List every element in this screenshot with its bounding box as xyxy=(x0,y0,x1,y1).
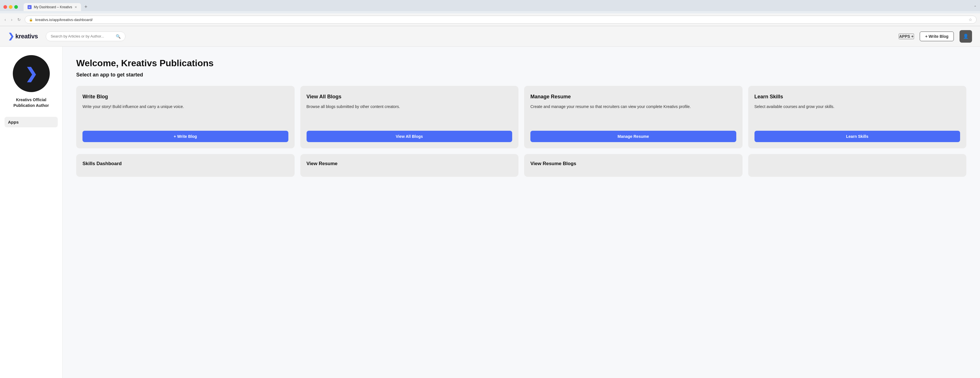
view-all-blogs-card-desc: Browse all blogs submitted by other cont… xyxy=(307,104,512,125)
traffic-light-red[interactable] xyxy=(3,5,7,9)
sidebar-apps-label[interactable]: Apps xyxy=(5,117,58,127)
search-icon[interactable]: 🔍 xyxy=(116,34,121,39)
avatar-chevron-icon: ❯ xyxy=(25,66,38,81)
app-header: ❯ kreativs 🔍 APPS + + Write Blog 👤 xyxy=(0,26,980,47)
view-all-blogs-card-title: View All Blogs xyxy=(307,94,512,100)
active-tab[interactable]: K My Dashboard – Kreativs ✕ xyxy=(24,3,81,11)
back-button[interactable]: ‹ xyxy=(3,16,7,23)
search-bar[interactable]: 🔍 xyxy=(46,32,126,41)
main-layout: ❯ Kreativs Official Publication Author A… xyxy=(0,47,980,378)
user-avatar: ❯ xyxy=(13,55,50,92)
header-right: APPS + + Write Blog 👤 xyxy=(899,30,972,43)
manage-resume-card-title: Manage Resume xyxy=(530,94,736,100)
learn-skills-card: Learn Skills Select available courses an… xyxy=(748,86,967,148)
learn-skills-card-button[interactable]: Learn Skills xyxy=(754,131,960,142)
manage-resume-card: Manage Resume Create and manage your res… xyxy=(524,86,743,148)
view-all-blogs-card: View All Blogs Browse all blogs submitte… xyxy=(300,86,519,148)
placeholder-card xyxy=(748,154,967,177)
bookmark-icon[interactable]: ☆ xyxy=(969,17,972,22)
traffic-light-yellow[interactable] xyxy=(9,5,13,9)
avatar-button[interactable]: 👤 xyxy=(959,30,972,43)
browser-expand[interactable]: ⌃ xyxy=(974,5,977,9)
manage-resume-card-button[interactable]: Manage Resume xyxy=(530,131,736,142)
logo-chevron-icon: ❯ xyxy=(8,32,14,41)
view-resume-blogs-card-title: View Resume Blogs xyxy=(530,161,736,167)
learn-skills-card-title: Learn Skills xyxy=(754,94,960,100)
select-subtitle: Select an app to get started xyxy=(76,72,966,78)
write-blog-card: Write Blog Write your story! Build influ… xyxy=(76,86,294,148)
lock-icon: 🔒 xyxy=(29,18,33,22)
tab-bar: K My Dashboard – Kreativs ✕ + xyxy=(24,3,89,11)
bottom-cards-grid: Skills Dashboard View Resume View Resume… xyxy=(76,154,966,177)
content-area: Welcome, Kreativs Publications Select an… xyxy=(62,47,980,378)
logo-area: ❯ kreativs xyxy=(8,32,38,41)
write-blog-card-desc: Write your story! Build influence and ca… xyxy=(83,104,288,125)
tab-favicon: K xyxy=(28,5,32,9)
refresh-button[interactable]: ↻ xyxy=(16,16,22,23)
forward-button[interactable]: › xyxy=(10,16,14,23)
apps-cards-grid: Write Blog Write your story! Build influ… xyxy=(76,86,966,148)
write-blog-header-button[interactable]: + Write Blog xyxy=(920,32,954,41)
welcome-title: Welcome, Kreativs Publications xyxy=(76,58,966,68)
browser-chrome: K My Dashboard – Kreativs ✕ + ⌃ xyxy=(0,0,980,11)
user-name: Kreativs Official Publication Author xyxy=(0,97,62,108)
logo-text: kreativs xyxy=(15,33,38,40)
traffic-lights xyxy=(3,5,18,9)
tab-close-button[interactable]: ✕ xyxy=(75,5,77,9)
write-blog-card-title: Write Blog xyxy=(83,94,288,100)
view-resume-card-title: View Resume xyxy=(307,161,512,167)
write-blog-card-button[interactable]: + Write Blog xyxy=(83,131,288,142)
avatar-icon: 👤 xyxy=(963,33,969,39)
apps-button[interactable]: APPS + xyxy=(899,33,914,39)
new-tab-button[interactable]: + xyxy=(82,3,90,11)
search-input[interactable] xyxy=(51,34,113,38)
learn-skills-card-desc: Select available courses and grow your s… xyxy=(754,104,960,125)
manage-resume-card-desc: Create and manage your resume so that re… xyxy=(530,104,736,125)
skills-dashboard-card-title: Skills Dashboard xyxy=(83,161,288,167)
sidebar: ❯ Kreativs Official Publication Author A… xyxy=(0,47,62,378)
view-resume-card: View Resume xyxy=(300,154,519,177)
address-field[interactable]: 🔒 kreativs.io/app/kreativs-dashboard/ ☆ xyxy=(25,16,977,24)
view-resume-blogs-card: View Resume Blogs xyxy=(524,154,743,177)
traffic-light-green[interactable] xyxy=(14,5,18,9)
sidebar-section-apps: Apps xyxy=(0,117,62,127)
titlebar: K My Dashboard – Kreativs ✕ + ⌃ xyxy=(3,3,977,11)
skills-dashboard-card: Skills Dashboard xyxy=(76,154,294,177)
view-all-blogs-card-button[interactable]: View All Blogs xyxy=(307,131,512,142)
tab-label: My Dashboard – Kreativs xyxy=(34,5,72,9)
url-text: kreativs.io/app/kreativs-dashboard/ xyxy=(35,17,966,22)
address-bar-row: ‹ › ↻ 🔒 kreativs.io/app/kreativs-dashboa… xyxy=(0,13,980,26)
